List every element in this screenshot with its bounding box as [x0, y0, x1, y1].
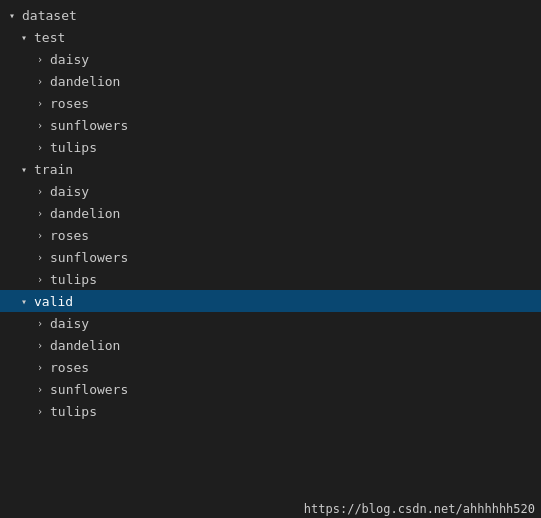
chevron-icon	[16, 293, 32, 309]
chevron-icon	[32, 359, 48, 375]
tree-item-label: sunflowers	[50, 382, 128, 397]
chevron-icon	[32, 227, 48, 243]
tree-item[interactable]: sunflowers	[0, 246, 541, 268]
tree-item-label: tulips	[50, 272, 97, 287]
tree-item-label: sunflowers	[50, 118, 128, 133]
tree-item-label: tulips	[50, 140, 97, 155]
tree-item[interactable]: tulips	[0, 400, 541, 422]
chevron-icon	[16, 161, 32, 177]
tree-item-label: roses	[50, 228, 89, 243]
tree-item-label: daisy	[50, 52, 89, 67]
chevron-icon	[32, 271, 48, 287]
tree-item-label: dandelion	[50, 206, 120, 221]
chevron-icon	[32, 139, 48, 155]
chevron-icon	[32, 249, 48, 265]
tree-item-label: roses	[50, 96, 89, 111]
tree-item[interactable]: daisy	[0, 312, 541, 334]
chevron-icon	[32, 205, 48, 221]
tree-item[interactable]: dandelion	[0, 334, 541, 356]
tree-item[interactable]: dandelion	[0, 202, 541, 224]
chevron-icon	[32, 51, 48, 67]
tree-item[interactable]: dataset	[0, 4, 541, 26]
tree-item[interactable]: sunflowers	[0, 114, 541, 136]
tree-item[interactable]: tulips	[0, 136, 541, 158]
chevron-icon	[32, 337, 48, 353]
chevron-icon	[32, 183, 48, 199]
chevron-icon	[16, 29, 32, 45]
chevron-icon	[32, 381, 48, 397]
chevron-icon	[32, 73, 48, 89]
tree-item-label: tulips	[50, 404, 97, 419]
tree-item-label: dandelion	[50, 338, 120, 353]
chevron-icon	[32, 95, 48, 111]
tree-item[interactable]: test	[0, 26, 541, 48]
tree-item-label: valid	[34, 294, 73, 309]
tree-item[interactable]: roses	[0, 92, 541, 114]
tree-item-label: daisy	[50, 316, 89, 331]
chevron-icon	[4, 7, 20, 23]
tree-item[interactable]: roses	[0, 356, 541, 378]
tree-item-label: sunflowers	[50, 250, 128, 265]
tree-item[interactable]: daisy	[0, 48, 541, 70]
tree-item-label: dataset	[22, 8, 77, 23]
tree-item[interactable]: roses	[0, 224, 541, 246]
tree-item[interactable]: train	[0, 158, 541, 180]
tree-item-label: roses	[50, 360, 89, 375]
chevron-icon	[32, 315, 48, 331]
tree-item-label: train	[34, 162, 73, 177]
tree-item[interactable]: tulips	[0, 268, 541, 290]
url-text: https://blog.csdn.net/ahhhhhh520	[304, 502, 535, 516]
tree-item[interactable]: valid	[0, 290, 541, 312]
tree-item-label: dandelion	[50, 74, 120, 89]
tree-item[interactable]: sunflowers	[0, 378, 541, 400]
tree-item-label: test	[34, 30, 65, 45]
status-bar: https://blog.csdn.net/ahhhhhh520	[298, 500, 541, 518]
chevron-icon	[32, 117, 48, 133]
tree-item[interactable]: daisy	[0, 180, 541, 202]
tree-item[interactable]: dandelion	[0, 70, 541, 92]
chevron-icon	[32, 403, 48, 419]
tree-item-label: daisy	[50, 184, 89, 199]
file-tree: datasettestdaisydandelionrosessunflowers…	[0, 0, 541, 426]
